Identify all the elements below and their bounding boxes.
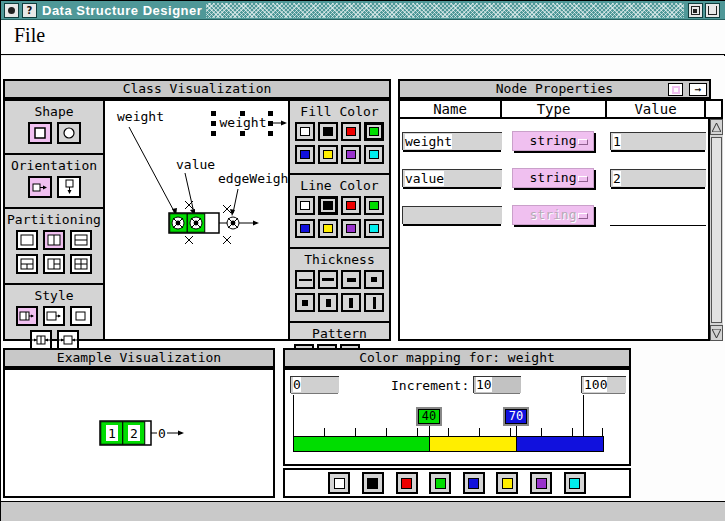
color-threshold-handle-40[interactable]: 40 (416, 407, 442, 426)
shape-circle-button[interactable] (57, 122, 81, 144)
prop-type-dropdown-1[interactable]: string (512, 131, 594, 151)
partition-grid-icon (74, 258, 88, 270)
thickness-1-button[interactable] (295, 270, 315, 289)
thickness-4-button[interactable] (364, 270, 384, 289)
mapping-color-blue[interactable] (463, 472, 485, 494)
titlebar-drag-area[interactable] (206, 3, 684, 18)
scroll-up-button[interactable] (710, 119, 723, 135)
canvas-field-label-weight[interactable]: weight (117, 109, 164, 124)
thickness-7-button[interactable] (341, 293, 361, 312)
thickness-6-button[interactable] (318, 293, 338, 312)
edge-anchor-icon[interactable] (227, 217, 239, 229)
color-threshold-handle-70[interactable]: 70 (503, 407, 529, 426)
fill-color-black[interactable] (318, 122, 338, 141)
field-anchor-icon[interactable] (190, 217, 202, 229)
fill-color-red[interactable] (341, 122, 361, 141)
thickness-2-button[interactable] (318, 270, 338, 289)
node-shape-button[interactable] (668, 83, 683, 96)
partition-none-button[interactable] (16, 230, 38, 250)
class-viz-canvas[interactable]: weight value edgeWeight weight (105, 101, 288, 339)
window-menu-button[interactable] (4, 3, 19, 18)
fill-color-white[interactable] (295, 122, 315, 141)
prop-value-field-2[interactable]: 2 (610, 169, 706, 187)
selection-handle[interactable] (211, 131, 216, 136)
minimize-button[interactable] (705, 3, 720, 18)
mapping-color-purple[interactable] (530, 472, 552, 494)
selection-handle[interactable] (211, 121, 216, 126)
menu-file[interactable]: File (14, 24, 45, 47)
shape-square-button[interactable] (28, 122, 52, 144)
fill-color-cyan[interactable] (364, 145, 384, 164)
window-titlebar[interactable]: ? Data Structure Designer (1, 1, 725, 20)
thickness-3-button[interactable] (341, 270, 361, 289)
partition-grid-button[interactable] (70, 254, 92, 274)
partition-vertical-button[interactable] (43, 230, 65, 250)
example-viz-title: Example Visualization (3, 348, 275, 368)
partition-right-split-button[interactable] (43, 254, 65, 274)
line-color-cyan[interactable] (364, 219, 384, 238)
prop-type-dropdown-2[interactable]: string (512, 168, 594, 188)
option-menu-indicator-icon (578, 213, 588, 219)
thickness-5-button[interactable] (295, 293, 315, 312)
fill-color-yellow[interactable] (318, 145, 338, 164)
partition-horizontal-button[interactable] (70, 230, 92, 250)
line-color-red[interactable] (341, 196, 361, 215)
partition-none-icon (20, 234, 34, 246)
help-button[interactable]: ? (22, 3, 37, 18)
line-color-white[interactable] (295, 196, 315, 215)
prop-name-field-3[interactable] (402, 206, 502, 224)
style-pointer-button[interactable] (43, 306, 65, 326)
increment-field[interactable]: 10 (473, 376, 521, 393)
class-viz-panel: Shape Orientation (3, 99, 391, 341)
prop-value-field-3[interactable] (610, 225, 706, 226)
color-gradient-bar[interactable] (293, 436, 604, 452)
line-color-yellow[interactable] (318, 219, 338, 238)
selection-handle[interactable] (268, 121, 273, 126)
mapping-color-white[interactable] (328, 472, 350, 494)
fill-color-purple[interactable] (341, 145, 361, 164)
selection-handle[interactable] (240, 111, 245, 116)
selection-handle[interactable] (211, 111, 216, 116)
prop-name-field-2[interactable]: value (402, 169, 502, 187)
yellow-swatch (323, 150, 333, 159)
green-swatch (369, 201, 379, 210)
orientation-vertical-button[interactable] (57, 176, 81, 198)
canvas-selected-label[interactable]: weight (215, 115, 271, 131)
scrollbar-trough[interactable] (711, 137, 722, 323)
style-double-ref-button[interactable] (57, 330, 79, 350)
prop-type-value: string (530, 207, 577, 222)
scroll-down-button[interactable] (710, 325, 723, 341)
range-min-field[interactable]: 0 (290, 376, 339, 393)
selection-handle[interactable] (268, 131, 273, 136)
style-plain-button[interactable] (70, 306, 92, 326)
line-color-black[interactable] (318, 196, 338, 215)
prop-name-field-1[interactable]: weight (402, 132, 502, 150)
mapping-color-red[interactable] (396, 472, 418, 494)
thickness-8-button[interactable] (364, 293, 384, 312)
selection-handle[interactable] (240, 131, 245, 136)
field-anchor-icon[interactable] (172, 217, 184, 229)
orientation-horizontal-button[interactable] (28, 176, 52, 198)
mapping-color-cyan[interactable] (564, 472, 586, 494)
line-color-green[interactable] (364, 196, 384, 215)
maximize-button[interactable] (688, 3, 703, 18)
canvas-field-label-value[interactable]: value (176, 157, 215, 172)
mapping-color-yellow[interactable] (496, 472, 518, 494)
mapping-color-green[interactable] (429, 472, 451, 494)
class-viz-drawing (105, 101, 288, 339)
selection-handle[interactable] (268, 111, 273, 116)
partition-bottom-split-button[interactable] (16, 254, 38, 274)
detach-button[interactable]: → (689, 83, 707, 96)
fill-color-green[interactable] (364, 122, 384, 141)
style-cell-pointer-button[interactable] (16, 306, 38, 326)
node-properties-scrollbar[interactable] (708, 119, 723, 341)
mapping-color-black[interactable] (362, 472, 384, 494)
canvas-field-label-edgeweight[interactable]: edgeWeight (218, 171, 296, 186)
partitioning-section: Partitioning (5, 209, 103, 285)
range-max-field[interactable]: 100 (581, 376, 626, 393)
prop-value-field-1[interactable]: 1 (610, 132, 706, 150)
line-color-purple[interactable] (341, 219, 361, 238)
line-color-blue[interactable] (295, 219, 315, 238)
fill-color-blue[interactable] (295, 145, 315, 164)
style-double-ref-cell-button[interactable] (30, 330, 52, 350)
